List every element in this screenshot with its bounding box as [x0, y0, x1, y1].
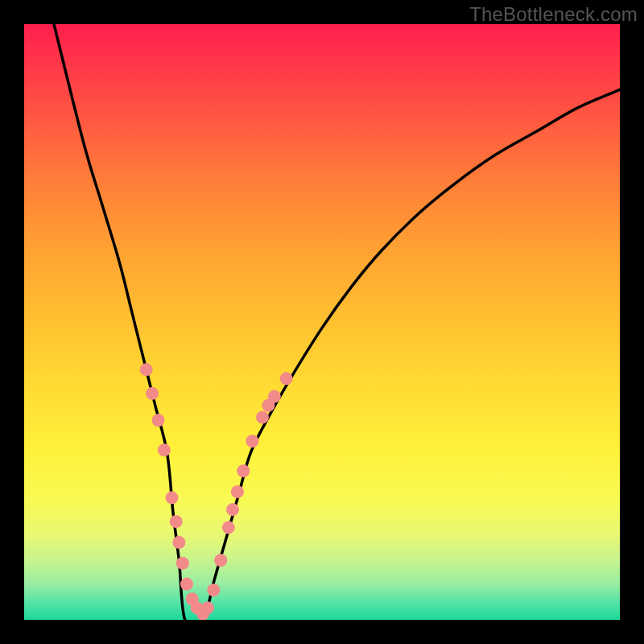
curve-marker	[176, 557, 189, 570]
curve-marker	[226, 503, 239, 516]
curve-marker	[166, 491, 179, 504]
curve-marker	[256, 411, 269, 423]
curve-marker	[158, 444, 171, 456]
chart-svg	[24, 24, 620, 620]
curve-marker	[214, 554, 227, 567]
curve-marker	[262, 399, 275, 412]
curve-marker	[222, 521, 235, 534]
curve-marker	[170, 515, 183, 528]
plot-area	[24, 24, 620, 620]
watermark-text: TheBottleneck.com	[469, 3, 638, 26]
curve-marker	[146, 387, 159, 400]
curve-marker	[268, 390, 281, 403]
curve-marker	[180, 578, 193, 591]
curve-marker	[172, 536, 185, 549]
curve-marker	[186, 592, 199, 605]
chart-frame: TheBottleneck.com	[0, 0, 644, 644]
curve-marker	[140, 363, 153, 376]
bottleneck-curve	[54, 24, 620, 620]
curve-marker	[152, 414, 165, 427]
curve-marker	[237, 464, 250, 477]
curve-marker	[231, 485, 244, 498]
curve-marker	[191, 601, 204, 614]
curve-marker	[207, 584, 220, 597]
curve-marker-group	[140, 363, 293, 620]
curve-marker	[246, 435, 258, 448]
curve-marker	[201, 601, 214, 614]
curve-marker	[196, 608, 209, 620]
curve-marker	[280, 372, 293, 385]
